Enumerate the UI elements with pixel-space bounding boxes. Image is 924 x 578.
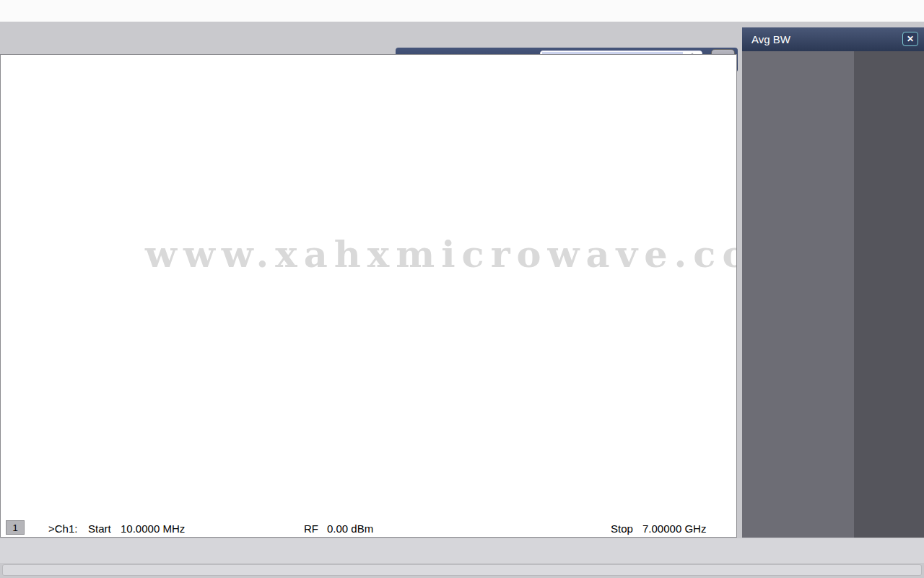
close-icon[interactable]: ✕ xyxy=(902,32,918,46)
panel-tab-strip xyxy=(854,51,924,538)
bottom-message-strip xyxy=(2,564,922,576)
channel-label: >Ch1: xyxy=(48,522,77,535)
graticule-and-traces xyxy=(1,55,736,537)
s22-legend-dash xyxy=(227,528,242,530)
s21-legend-dash xyxy=(209,528,223,530)
stop-label: Stop xyxy=(611,522,633,535)
plot-window: www.xahxmicrowave.com 1 >Ch1: Start 10.0… xyxy=(0,54,737,538)
avg-bw-panel: Avg BW ✕ xyxy=(742,27,924,538)
start-value: 10.0000 MHz xyxy=(121,522,185,535)
panel-title: Avg BW xyxy=(751,33,790,45)
panel-title-bar[interactable]: Avg BW ✕ xyxy=(742,27,924,51)
menu-bar xyxy=(0,0,924,22)
rf-label: RF xyxy=(304,522,318,535)
channel-badge[interactable]: 1 xyxy=(6,520,25,535)
start-label: Start xyxy=(88,522,111,535)
stop-value: 7.00000 GHz xyxy=(642,522,706,535)
bottom-status-bar xyxy=(0,538,924,563)
vna-application-window: IF BW 3 kHz www.xahxmicrowave.com 1 >Ch xyxy=(0,0,924,578)
rf-value: 0.00 dBm xyxy=(327,522,373,535)
s11-legend-dash xyxy=(190,528,204,530)
